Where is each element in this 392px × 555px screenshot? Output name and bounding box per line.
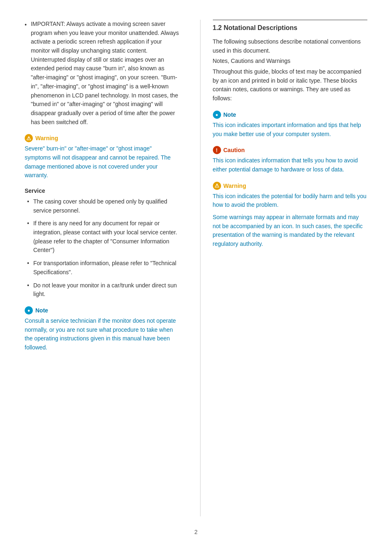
service-bullet-2: • If there is any need for any document … xyxy=(25,219,180,255)
warning-icon-1: ⚠ xyxy=(25,134,33,142)
right-warning-icon: ⚠ xyxy=(213,182,221,190)
main-bullet-text: IMPORTANT: Always activate a moving scre… xyxy=(31,20,180,127)
right-note-body: This icon indicates important informatio… xyxy=(213,121,368,139)
service-bullet-4-text: Do not leave your monitor in a car/trunk… xyxy=(33,281,180,299)
service-dot-2: • xyxy=(27,220,29,227)
bullet-dot: • xyxy=(25,21,27,29)
left-column: • IMPORTANT: Always activate a moving sc… xyxy=(25,20,184,516)
right-warning-header: ⚠ Warning xyxy=(213,182,368,190)
right-caution-body: This icon indicates information that tel… xyxy=(213,156,368,174)
right-caution-block: ! Caution This icon indicates informatio… xyxy=(213,146,368,174)
warning-1-label: Warning xyxy=(35,135,58,141)
main-bullet-item: • IMPORTANT: Always activate a moving sc… xyxy=(25,20,180,127)
right-note-icon: ● xyxy=(213,111,221,119)
right-column: 1.2 Notational Descriptions The followin… xyxy=(200,20,368,516)
right-warning-label: Warning xyxy=(224,183,246,189)
note-1-label: Note xyxy=(35,307,48,314)
service-bullet-3: • For transportation information, please… xyxy=(25,259,180,277)
intro-text: The following subsections describe notat… xyxy=(213,37,368,55)
page: • IMPORTANT: Always activate a moving sc… xyxy=(0,0,392,555)
notes-cautions-title: Notes, Cautions and Warnings xyxy=(213,57,368,66)
right-note-block: ● Note This icon indicates important inf… xyxy=(213,111,368,139)
right-note-label: Note xyxy=(224,111,236,118)
right-warning-body-2: Some warnings may appear in alternate fo… xyxy=(213,213,368,249)
page-number: 2 xyxy=(25,529,367,535)
section-title: 1.2 Notational Descriptions xyxy=(213,24,368,32)
service-bullets-list: • The casing cover should be opened only… xyxy=(25,197,180,299)
warning-1-header: ⚠ Warning xyxy=(25,134,180,142)
service-bullet-2-text: If there is any need for any document fo… xyxy=(33,219,180,255)
right-caution-label: Caution xyxy=(224,147,245,153)
service-dot-4: • xyxy=(27,282,29,289)
right-warning-body-1: This icon indicates the potential for bo… xyxy=(213,192,368,210)
service-bullet-1-text: The casing cover should be opened only b… xyxy=(33,197,180,215)
service-dot-3: • xyxy=(27,260,29,266)
note-block-1: ● Note Consult a service technician if t… xyxy=(25,306,180,352)
note-icon-1: ● xyxy=(25,306,33,314)
columns: • IMPORTANT: Always activate a moving sc… xyxy=(25,20,367,516)
warning-block-1: ⚠ Warning Severe" burn-in" or "after-ima… xyxy=(25,134,180,180)
service-bullet-4: • Do not leave your monitor in a car/tru… xyxy=(25,281,180,299)
notes-cautions-body: Throughout this guide, blocks of text ma… xyxy=(213,67,368,103)
right-warning-block: ⚠ Warning This icon indicates the potent… xyxy=(213,182,368,249)
service-bullet-1: • The casing cover should be opened only… xyxy=(25,197,180,215)
right-note-header: ● Note xyxy=(213,111,368,119)
service-title: Service xyxy=(25,187,180,194)
warning-1-body: Severe" burn-in" or "after-image" or "gh… xyxy=(25,144,180,180)
right-caution-icon: ! xyxy=(213,146,221,154)
section-title-container: 1.2 Notational Descriptions xyxy=(213,20,368,32)
note-1-body: Consult a service technician if the moni… xyxy=(25,317,180,352)
service-dot-1: • xyxy=(27,198,29,205)
right-caution-header: ! Caution xyxy=(213,146,368,154)
service-bullet-3-text: For transportation information, please r… xyxy=(33,259,180,277)
note-1-header: ● Note xyxy=(25,306,180,314)
